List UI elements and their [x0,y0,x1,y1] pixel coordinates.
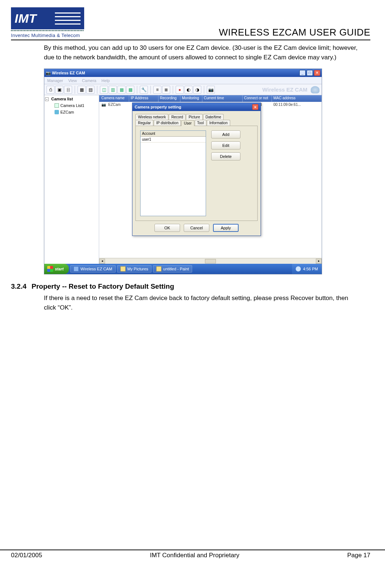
logo-lines-icon [55,11,81,26]
tb-view-2[interactable]: ▥ [109,86,117,94]
logo-text: IMT [15,11,37,26]
cancel-button[interactable]: Cancel [184,224,209,232]
col-connect[interactable]: Connect or not [243,95,272,102]
col-mac[interactable]: MAC address [272,95,322,102]
taskbar: start Wireless EZ CAM My Pictures untitl… [44,264,322,274]
menu-help[interactable]: Help [101,78,110,83]
tb-btn-2[interactable]: ▣ [55,86,63,94]
tree-root[interactable]: - Camera list [45,97,98,101]
body-paragraph-2: If there is a need to reset the EZ Cam d… [44,293,359,312]
account-item[interactable]: user1 [141,137,206,143]
menu-camera[interactable]: Camera [82,78,96,83]
scroll-left-icon[interactable]: ◂ [99,259,105,264]
task-label-2: My Pictures [127,267,148,271]
task-label-1: Wireless EZ CAM [81,267,112,271]
tb-btn-d[interactable]: ◑ [193,86,201,94]
tab-picture[interactable]: Picture [186,114,202,120]
tray-time: 4:56 PM [303,267,318,271]
camera-node-icon [55,110,59,114]
tabs-row-bottom: Regular IP distribution User Tool Inform… [135,120,258,126]
logo-block: IMT Inventec Multimedia & Telecom [11,7,84,38]
app-titlebar: 📷 Wireless EZ CAM _ □ × [44,69,322,77]
col-time[interactable]: Current time [202,95,243,102]
tab-datetime[interactable]: Date/time [203,114,224,120]
cell-mac: 00:11:09:0e:61... [272,102,322,107]
body-paragraph-1: By this method, you can add up to 30 use… [44,43,359,62]
list-header: Camera name IP Address Recording Monitor… [99,95,322,102]
app-screenshot: 📷 Wireless EZ CAM _ □ × Manager View Cam… [44,69,322,274]
webcam-icon [311,86,319,93]
start-button[interactable]: start [44,264,69,274]
camera-icon: 📷 [46,71,51,75]
tb-btn-5[interactable]: ▤ [86,86,94,94]
tb-tool-btn[interactable]: 🔧 [140,86,148,94]
tb-view-3[interactable]: ▦ [117,86,126,94]
system-tray[interactable]: 4:56 PM [292,264,322,274]
windows-flag-icon [47,266,53,272]
brand-text: Wireless EZ CAM [262,86,307,93]
task-paint[interactable]: untitled - Paint [153,265,192,273]
maximize-button[interactable]: □ [307,70,313,76]
edit-button[interactable]: Edit [211,141,240,149]
dialog-bottom-buttons: OK Cancel Apply [132,224,261,232]
delete-button[interactable]: Delete [211,152,240,160]
page-header: IMT Inventec Multimedia & Telecom WIRELE… [11,7,370,40]
tb-btn-4[interactable]: ▦ [78,86,86,94]
tb-btn-1[interactable]: ⎙ [46,86,55,94]
tree-item-ezcam[interactable]: EZCam [55,110,98,114]
scroll-right-icon[interactable]: ▸ [316,259,322,264]
footer-page: Page 17 [347,552,370,559]
dialog-title: Camera property setting [135,105,181,109]
tab-wireless[interactable]: Wireless network [135,114,168,120]
app-title: Wireless EZ CAM [52,71,85,75]
logo-subtitle: Inventec Multimedia & Telecom [11,33,80,38]
menu-manager[interactable]: Manager [47,78,63,83]
tab-info[interactable]: Information [207,120,230,126]
tab-ip[interactable]: IP distribution [154,120,181,126]
tree-label-2: EZCam [60,110,74,114]
footer-confidential: IMT Confidential and Proprietary [150,552,239,559]
task-ezcam[interactable]: Wireless EZ CAM [70,265,116,273]
tab-panel: Account user1 Add Edit Delete [135,126,258,221]
scroll-thumb[interactable] [205,259,216,263]
close-button[interactable]: × [314,70,320,76]
tb-view-1[interactable]: ◫ [100,86,108,94]
add-button[interactable]: Add [211,130,240,138]
col-monitoring[interactable]: Monitoring [180,95,202,102]
tb-btn-c[interactable]: ◐ [184,86,192,94]
dialog-titlebar: Camera property setting × [132,103,261,111]
col-camera-name[interactable]: Camera name [100,95,129,102]
section-title: Property -- Reset to Factory Default Set… [31,282,174,291]
toolbar: ⎙ ▣ ⌸ ▦ ▤ ◫ ▥ ▦ ▩ 🔧 ≡ ≣ [44,84,322,95]
page-footer: 02/01/2005 IMT Confidential and Propriet… [0,550,385,566]
task-icon [120,266,126,271]
tree-item-list1[interactable]: Camera List1 [55,103,98,108]
apply-button[interactable]: Apply [213,224,239,232]
tb-view-4[interactable]: ▩ [126,86,134,94]
guide-title: WIRELESS EZCAM USER GUIDE [219,27,370,38]
ok-button[interactable]: OK [154,224,180,232]
logo-dots-icon [11,30,84,31]
task-icon [74,266,79,271]
tab-regular[interactable]: Regular [135,120,153,126]
col-ip[interactable]: IP Address [129,95,158,102]
tb-btn-3[interactable]: ⌸ [64,86,72,94]
tab-user[interactable]: User [181,120,194,126]
menu-view[interactable]: View [68,78,77,83]
tab-tool[interactable]: Tool [195,120,206,126]
tb-btn-b[interactable]: ≣ [162,86,170,94]
task-mypictures[interactable]: My Pictures [117,265,152,273]
footer-date: 02/01/2005 [11,552,42,559]
account-listbox[interactable]: Account user1 [140,130,206,216]
tb-rec-btn[interactable]: ● [176,86,184,94]
tb-snap-btn[interactable]: 📷 [207,86,215,94]
section-number: 3.2.4 [11,282,26,291]
dialog-close-button[interactable]: × [252,104,258,110]
h-scrollbar[interactable]: ◂ ▸ [99,258,322,264]
collapse-icon[interactable]: - [45,97,49,101]
col-recording[interactable]: Recording [158,95,180,102]
tab-record[interactable]: Record [169,114,186,120]
sidebar: - Camera list Camera List1 EZCam [44,95,99,264]
tb-btn-a[interactable]: ≡ [153,86,161,94]
minimize-button[interactable]: _ [299,70,306,76]
